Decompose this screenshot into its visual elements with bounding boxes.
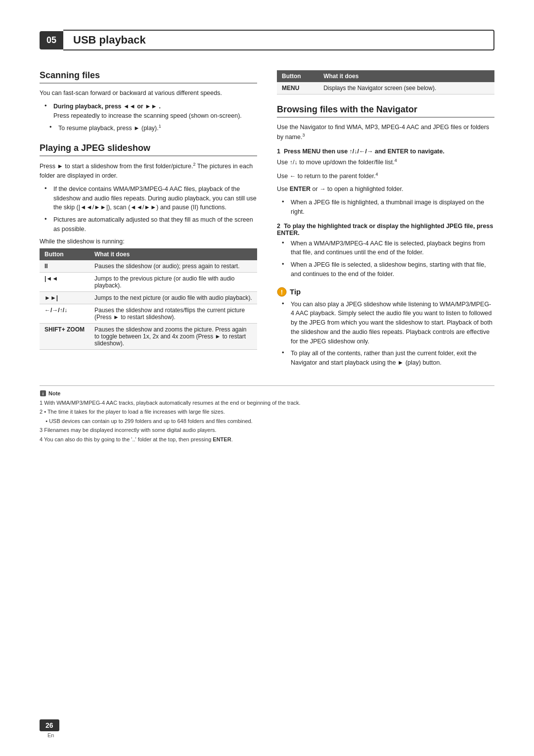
browsing-intro: Use the Navigator to find WMA, MP3, MPEG… bbox=[277, 123, 494, 142]
scanning-bullet1: • During playback, press ◄◄ or ►► . Pres… bbox=[40, 102, 257, 121]
scanning-sub-bullet: • To resume playback, press ► (play).1 bbox=[40, 123, 257, 133]
browsing-heading: Browsing files with the Navigator bbox=[277, 104, 494, 118]
svg-text:!: ! bbox=[281, 288, 283, 296]
note-svg-icon: i bbox=[40, 390, 46, 397]
tip-label: Tip bbox=[290, 287, 301, 296]
note-line3: • USB devices can contain up to 299 fold… bbox=[40, 417, 494, 425]
bullet-dot: • bbox=[44, 102, 51, 121]
note-line5: 4 You can also do this by going to the '… bbox=[40, 435, 494, 444]
sup4a: 4 bbox=[395, 158, 397, 163]
table-row: |◄◄Jumps to the previous picture (or aud… bbox=[40, 273, 257, 292]
step1-detail1: Use ↑/↓ to move up/down the folder/file … bbox=[277, 157, 494, 167]
scanning-files-heading: Scanning files bbox=[40, 70, 257, 84]
table-row: SHIFT+ ZOOMPauses the slideshow and zoom… bbox=[40, 324, 257, 350]
button-cell: |◄◄ bbox=[40, 273, 89, 292]
button-cell: ►►| bbox=[40, 292, 89, 304]
button-cell: MENU bbox=[277, 82, 318, 94]
step1-heading: 1 Press MENU then use ↑/↓/←/→ and ENTER … bbox=[277, 148, 494, 155]
tip-bullet2: • To play all of the contents, rather th… bbox=[277, 349, 494, 368]
table-row: IIPauses the slideshow (or audio); press… bbox=[40, 260, 257, 273]
note-icon-label: i Note bbox=[40, 390, 60, 397]
sup4b: 4 bbox=[375, 172, 378, 177]
slideshow-table-header-row: Button What it does bbox=[40, 248, 257, 260]
page-lang: En bbox=[47, 732, 54, 738]
jpeg-slideshow-intro: Press ► to start a slideshow from the fi… bbox=[40, 161, 257, 181]
desc-cell: Displays the Navigator screen (see below… bbox=[318, 82, 494, 94]
jpeg-bullet1: • If the device contains WMA/MP3/MPEG-4 … bbox=[40, 185, 257, 212]
scanning-bullet1-detail: Press repeatedly to increase the scannin… bbox=[53, 112, 242, 119]
jpeg-bullet2: • Pictures are automatically adjusted so… bbox=[40, 215, 257, 234]
sup2a: 2 bbox=[193, 162, 195, 167]
step1-detail2: Use ← to return to the parent folder.4 bbox=[277, 171, 494, 181]
page-container: 05 USB playback Scanning files You can f… bbox=[0, 0, 534, 756]
menu-table-body: MENUDisplays the Navigator screen (see b… bbox=[277, 82, 494, 94]
note-line4: 3 Filenames may be displayed incorrectly… bbox=[40, 426, 494, 434]
scanning-files-intro: You can fast-scan forward or backward at… bbox=[40, 89, 257, 98]
scanning-resume: To resume playback, press ► (play).1 bbox=[58, 123, 257, 133]
chapter-number: 05 bbox=[40, 31, 63, 49]
right-column: Button What it does MENUDisplays the Nav… bbox=[277, 70, 494, 371]
desc-cell: Jumps to the next picture (or audio file… bbox=[89, 292, 257, 304]
sup3: 3 bbox=[302, 133, 305, 138]
content-columns: Scanning files You can fast-scan forward… bbox=[40, 70, 494, 371]
table-row: MENUDisplays the Navigator screen (see b… bbox=[277, 82, 494, 94]
nav-bullet3-text: When a JPEG file is selected, a slidesho… bbox=[291, 260, 494, 279]
step2-heading: 2 To play the highlighted track or displ… bbox=[277, 223, 494, 236]
menu-table-header-row: Button What it does bbox=[277, 70, 494, 82]
desc-cell: Pauses the slideshow (or audio); press a… bbox=[89, 260, 257, 273]
svg-text:i: i bbox=[43, 391, 44, 396]
nav-bullet3: • When a JPEG file is selected, a slides… bbox=[277, 260, 494, 279]
nav-bullet2-text: When a WMA/MP3/MPEG-4 AAC file is select… bbox=[291, 239, 494, 258]
button-cell: SHIFT+ ZOOM bbox=[40, 324, 89, 350]
col-button: Button bbox=[40, 248, 89, 260]
desc-cell: Pauses the slideshow and zooms the pictu… bbox=[89, 324, 257, 350]
chapter-title: USB playback bbox=[63, 30, 494, 50]
left-column: Scanning files You can fast-scan forward… bbox=[40, 70, 257, 371]
note-line1: 1 With WMA/MP3/MPEG-4 AAC tracks, playba… bbox=[40, 399, 494, 407]
jpeg-bullet2-text: Pictures are automatically adjusted so t… bbox=[53, 215, 257, 234]
note-line2: 2 • The time it takes for the player to … bbox=[40, 408, 494, 416]
desc-cell: Jumps to the previous picture (or audio … bbox=[89, 273, 257, 292]
desc-cell: Pauses the slideshow and rotates/flips t… bbox=[89, 304, 257, 324]
menu-col-button: Button bbox=[277, 70, 318, 82]
step1-detail3: Use ENTER or → to open a highlighted fol… bbox=[277, 185, 494, 194]
nav-bullet1-text: When a JPEG file is highlighted, a thumb… bbox=[291, 198, 494, 217]
tip-bullet1-text: You can also play a JPEG slideshow while… bbox=[291, 300, 494, 346]
tip-bullet2-text: To play all of the contents, rather than… bbox=[291, 349, 494, 368]
jpeg-slideshow-heading: Playing a JPEG slideshow bbox=[40, 143, 257, 156]
tip-section: ! Tip • You can also play a JPEG slidesh… bbox=[277, 287, 494, 368]
slideshow-table-body: IIPauses the slideshow (or audio); press… bbox=[40, 260, 257, 350]
menu-col-what: What it does bbox=[318, 70, 494, 82]
table-row: ►►|Jumps to the next picture (or audio f… bbox=[40, 292, 257, 304]
page-number: 26 bbox=[40, 719, 59, 731]
scanning-bullet1-text: During playback, press ◄◄ or ►► . Press … bbox=[53, 102, 257, 121]
button-cell: II bbox=[40, 260, 89, 273]
button-cell: ←/→/↑/↓ bbox=[40, 304, 89, 324]
menu-table: Button What it does MENUDisplays the Nav… bbox=[277, 70, 494, 94]
running-label: While the slideshow is running: bbox=[40, 237, 257, 246]
menu-table-head: Button What it does bbox=[277, 70, 494, 82]
scanning-bold: During playback, press ◄◄ or ►► . bbox=[53, 103, 161, 110]
jpeg-bullet1-text: If the device contains WMA/MP3/MPEG-4 AA… bbox=[53, 185, 257, 212]
note-section: i Note 1 With WMA/MP3/MPEG-4 AAC tracks,… bbox=[40, 385, 494, 444]
slideshow-table: Button What it does IIPauses the slidesh… bbox=[40, 248, 257, 350]
nav-bullet2: • When a WMA/MP3/MPEG-4 AAC file is sele… bbox=[277, 239, 494, 258]
slideshow-table-head: Button What it does bbox=[40, 248, 257, 260]
tip-icon: ! bbox=[277, 287, 287, 297]
nav-bullet1: • When a JPEG file is highlighted, a thu… bbox=[277, 198, 494, 217]
col-what-it-does: What it does bbox=[89, 248, 257, 260]
tip-header: ! Tip bbox=[277, 287, 494, 297]
sup1: 1 bbox=[159, 124, 161, 129]
tip-bullet1: • You can also play a JPEG slideshow whi… bbox=[277, 300, 494, 346]
chapter-header: 05 USB playback bbox=[40, 30, 494, 50]
table-row: ←/→/↑/↓Pauses the slideshow and rotates/… bbox=[40, 304, 257, 324]
